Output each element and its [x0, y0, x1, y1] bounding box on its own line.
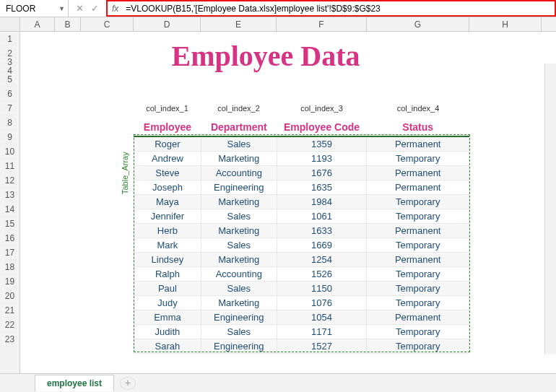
cell-code[interactable]: 1076 [277, 295, 367, 310]
row-header-20[interactable]: 20 [0, 289, 19, 303]
cell-status[interactable]: Permanent [367, 165, 469, 180]
cell-code[interactable]: 1984 [277, 194, 367, 209]
cell-code[interactable]: 1676 [277, 165, 367, 180]
table-row[interactable]: SteveAccounting1676Permanent [134, 165, 469, 180]
row-header-9[interactable]: 9 [0, 130, 19, 144]
cell-status[interactable]: Permanent [367, 223, 469, 238]
cell-status[interactable]: Temporary [367, 324, 469, 339]
table-row[interactable]: LindseyMarketing1254Permanent [134, 252, 469, 266]
cell-dept[interactable]: Engineering [201, 339, 277, 353]
table-row[interactable]: MayaMarketing1984Temporary [134, 194, 469, 209]
table-row[interactable]: RogerSales1359Permanent [134, 136, 469, 151]
cell-emp[interactable]: Roger [134, 136, 201, 151]
confirm-icon[interactable]: ✓ [91, 3, 99, 14]
cell-emp[interactable]: Judith [134, 324, 201, 339]
row-header-16[interactable]: 16 [0, 231, 19, 245]
cell-status[interactable]: Temporary [367, 194, 469, 209]
cell-dept[interactable]: Engineering [201, 180, 277, 194]
cell-emp[interactable]: Andrew [134, 151, 201, 165]
cell-emp[interactable]: Emma [134, 310, 201, 324]
cell-emp[interactable]: Ralph [134, 266, 201, 281]
row-header-11[interactable]: 11 [0, 159, 19, 173]
cell-code[interactable]: 1193 [277, 151, 367, 165]
row-header-15[interactable]: 15 [0, 217, 19, 231]
th-department[interactable]: Department [201, 118, 277, 136]
name-box[interactable]: FLOOR ▼ [0, 0, 69, 17]
cell-status[interactable]: Temporary [367, 281, 469, 295]
cell-emp[interactable]: Sarah [134, 339, 201, 353]
cell-code[interactable]: 1171 [277, 324, 367, 339]
row-header-8[interactable]: 8 [0, 116, 19, 130]
cell-status[interactable]: Permanent [367, 180, 469, 194]
table-row[interactable]: AndrewMarketing1193Temporary [134, 151, 469, 165]
cell-dept[interactable]: Marketing [201, 223, 277, 238]
col-header-A[interactable]: A [20, 17, 55, 31]
col-header-H[interactable]: H [469, 17, 542, 31]
cell-code[interactable]: 1635 [277, 180, 367, 194]
cell-dept[interactable]: Engineering [201, 310, 277, 324]
select-all-corner[interactable] [0, 17, 20, 31]
sheet-tab-active[interactable]: employee list [35, 375, 114, 391]
row-header-14[interactable]: 14 [0, 202, 19, 217]
cell-code[interactable]: 1633 [277, 223, 367, 238]
worksheet-canvas[interactable]: Employee Data col_index_1 col_index_2 co… [20, 32, 556, 373]
table-row[interactable]: JosephEngineering1635Permanent [134, 180, 469, 194]
cell-status[interactable]: Temporary [367, 209, 469, 223]
cell-code[interactable]: 1526 [277, 266, 367, 281]
cell-code[interactable]: 1150 [277, 281, 367, 295]
cell-code[interactable]: 1254 [277, 252, 367, 266]
row-header-19[interactable]: 19 [0, 274, 19, 289]
cell-dept[interactable]: Sales [201, 136, 277, 151]
row-header-18[interactable]: 18 [0, 260, 19, 274]
add-sheet-button[interactable]: + [120, 377, 136, 390]
th-employee-code[interactable]: Employee Code [277, 118, 367, 136]
table-row[interactable]: SarahEngineering1527Temporary [134, 339, 469, 353]
table-row[interactable]: JenniferSales1061Temporary [134, 209, 469, 223]
table-row[interactable]: PaulSales1150Temporary [134, 281, 469, 295]
cell-status[interactable]: Temporary [367, 151, 469, 165]
cell-dept[interactable]: Sales [201, 324, 277, 339]
vertical-scrollbar[interactable] [544, 64, 556, 354]
row-header-7[interactable]: 7 [0, 101, 19, 116]
cell-emp[interactable]: Joseph [134, 180, 201, 194]
cell-code[interactable]: 1527 [277, 339, 367, 353]
cell-dept[interactable]: Accounting [201, 165, 277, 180]
col-header-D[interactable]: D [134, 17, 201, 31]
row-header-6[interactable]: 6 [0, 87, 19, 101]
cell-status[interactable]: Permanent [367, 310, 469, 324]
cell-emp[interactable]: Herb [134, 223, 201, 238]
cell-code[interactable]: 1359 [277, 136, 367, 151]
table-row[interactable]: JudithSales1171Temporary [134, 324, 469, 339]
cell-code[interactable]: 1061 [277, 209, 367, 223]
table-row[interactable]: JudyMarketing1076Temporary [134, 295, 469, 310]
cell-code[interactable]: 1054 [277, 310, 367, 324]
row-header-12[interactable]: 12 [0, 173, 19, 188]
cell-status[interactable]: Permanent [367, 252, 469, 266]
col-header-E[interactable]: E [201, 17, 277, 31]
row-header-21[interactable]: 21 [0, 303, 19, 318]
row-header-10[interactable]: 10 [0, 144, 19, 159]
col-header-F[interactable]: F [277, 17, 367, 31]
cell-dept[interactable]: Sales [201, 281, 277, 295]
cell-emp[interactable]: Maya [134, 194, 201, 209]
cell-status[interactable]: Temporary [367, 238, 469, 252]
cell-emp[interactable]: Lindsey [134, 252, 201, 266]
row-header-17[interactable]: 17 [0, 245, 19, 260]
cancel-icon[interactable]: ✕ [76, 3, 84, 14]
row-header-22[interactable]: 22 [0, 318, 19, 332]
formula-input[interactable]: =VLOOKUP(B15,'[Employee Data.xlsx]employ… [126, 4, 380, 14]
cell-dept[interactable]: Marketing [201, 194, 277, 209]
cell-status[interactable]: Temporary [367, 266, 469, 281]
row-header-13[interactable]: 13 [0, 188, 19, 202]
cell-status[interactable]: Temporary [367, 339, 469, 353]
col-header-C[interactable]: C [81, 17, 134, 31]
cell-emp[interactable]: Steve [134, 165, 201, 180]
cell-dept[interactable]: Accounting [201, 266, 277, 281]
cell-status[interactable]: Permanent [367, 136, 469, 151]
table-row[interactable]: MarkSales1669Temporary [134, 238, 469, 252]
table-row[interactable]: EmmaEngineering1054Permanent [134, 310, 469, 324]
row-header-23[interactable]: 23 [0, 332, 19, 347]
table-row[interactable]: HerbMarketing1633Permanent [134, 223, 469, 238]
row-header-2[interactable]: 2 [0, 46, 19, 55]
cell-emp[interactable]: Judy [134, 295, 201, 310]
